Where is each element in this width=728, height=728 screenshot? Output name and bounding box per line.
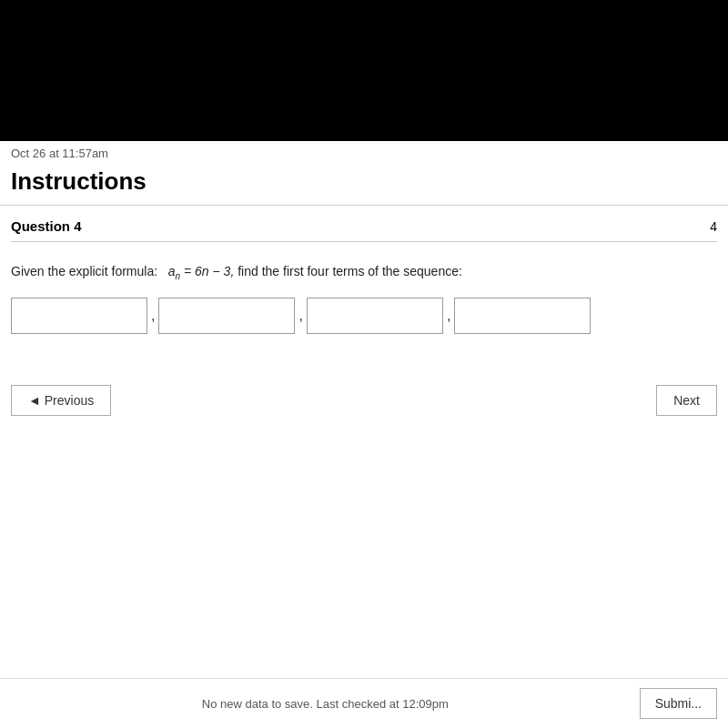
formula-description: find the first four terms of the sequenc… (238, 264, 462, 278)
question-body: Given the explicit formula: an = 6n − 3,… (11, 242, 717, 349)
formula-eq: = 6n − 3, (184, 264, 234, 278)
question-points: 4 (710, 219, 717, 234)
answer-inputs: , , , (11, 298, 717, 334)
instructions-header: Instructions (0, 164, 728, 206)
answer-input-4[interactable] (454, 298, 591, 334)
submit-button[interactable]: Submi... (640, 688, 717, 719)
previous-button[interactable]: ◄ Previous (11, 385, 111, 416)
footer-status: No new data to save. Last checked at 12:… (11, 697, 640, 711)
formula: an = 6n − 3, (168, 264, 238, 278)
question-text: Given the explicit formula: an = 6n − 3,… (11, 264, 717, 281)
next-button[interactable]: Next (656, 385, 717, 416)
question-header: Question 4 4 (11, 206, 717, 242)
timestamp: Oct 26 at 11:57am (0, 141, 728, 164)
comma-2: , (298, 308, 302, 324)
comma-3: , (447, 308, 450, 324)
comma-1: , (151, 308, 155, 324)
answer-input-3[interactable] (307, 298, 443, 334)
page-title: Instructions (11, 167, 717, 196)
question-body-text: Given the explicit formula: (11, 264, 157, 278)
answer-input-1[interactable] (11, 298, 147, 334)
nav-section: ◄ Previous Next (0, 349, 728, 430)
question-title: Question 4 (11, 218, 82, 234)
question-section: Question 4 4 Given the explicit formula:… (0, 206, 728, 349)
answer-input-2[interactable] (158, 298, 295, 334)
formula-a: an (168, 264, 180, 278)
black-bar (0, 0, 728, 141)
footer: No new data to save. Last checked at 12:… (0, 678, 728, 728)
formula-sub: n (176, 271, 181, 281)
